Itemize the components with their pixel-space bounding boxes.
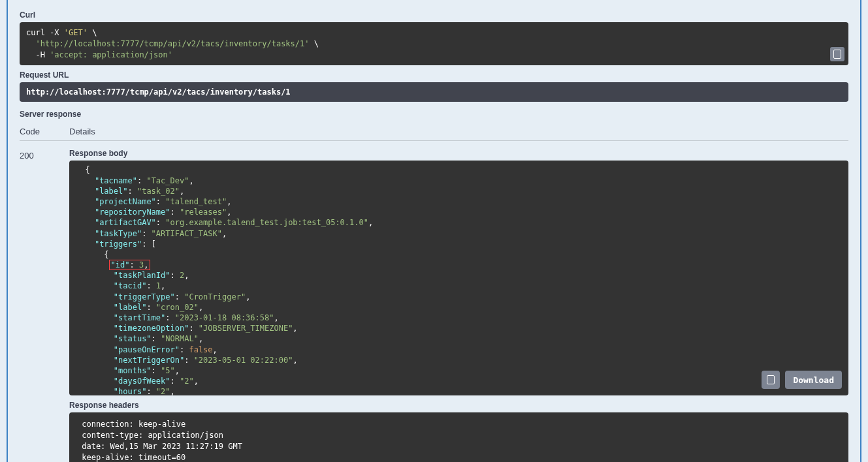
download-button[interactable]: Download — [785, 371, 842, 389]
col-details-header: Details — [69, 127, 95, 136]
curl-label: Curl — [20, 10, 848, 20]
copy-curl-button[interactable] — [830, 47, 844, 61]
status-code: 200 — [20, 149, 69, 462]
swagger-response-panel: Curl curl -X 'GET' \ 'http://localhost:7… — [7, 0, 861, 462]
response-body-scroll[interactable]: { "tacname": "Tac_Dev", "label": "task_0… — [69, 161, 848, 395]
col-code-header: Code — [20, 127, 69, 136]
copy-response-button[interactable] — [762, 371, 780, 389]
response-headers-block: connection: keep-alive content-type: app… — [69, 412, 848, 462]
request-url-label: Request URL — [20, 70, 848, 80]
response-body-block: { "tacname": "Tac_Dev", "label": "task_0… — [69, 161, 848, 395]
clipboard-icon — [767, 375, 775, 384]
response-body-label: Response body — [69, 149, 848, 158]
server-response-label: Server response — [20, 110, 848, 119]
response-headers-label: Response headers — [69, 401, 848, 410]
curl-block: curl -X 'GET' \ 'http://localhost:7777/t… — [20, 22, 848, 65]
response-table-header: Code Details — [20, 123, 848, 141]
clipboard-icon — [833, 50, 841, 59]
request-url-block: http://localhost:7777/tcmp/api/v2/tacs/i… — [20, 82, 848, 102]
response-row: 200 Response body { "tacname": "Tac_Dev"… — [20, 149, 848, 462]
highlight-trigger-id: "id": 3, — [109, 260, 151, 270]
